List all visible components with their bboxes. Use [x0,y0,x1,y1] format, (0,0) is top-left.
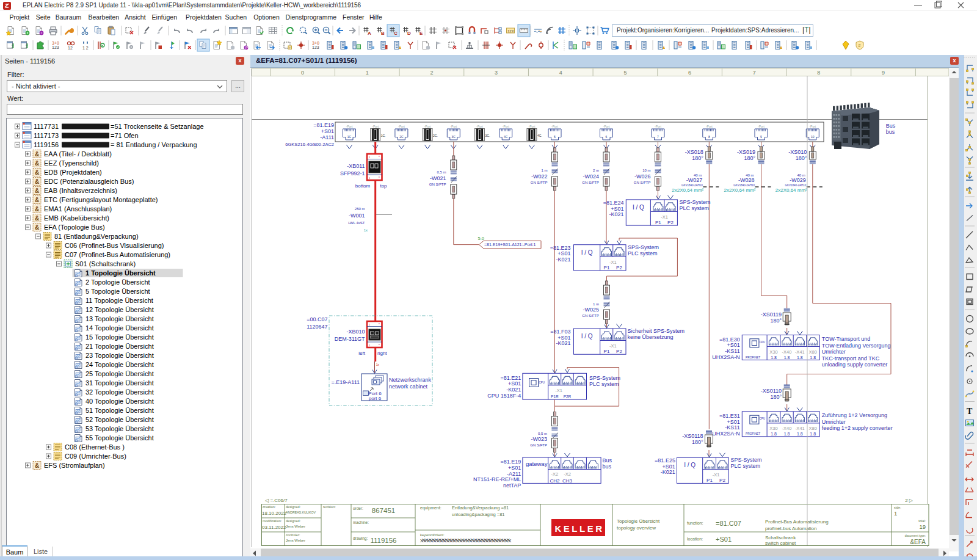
svg-text:2: 2 [430,70,433,76]
svg-text:DEM-311GT: DEM-311GT [335,336,365,342]
svg-text:-W023: -W023 [531,436,547,442]
svg-text:2x2X0,64 mm²: 2x2X0,64 mm² [672,187,703,193]
svg-text:Zuführung 1+2 Versorgung: Zuführung 1+2 Versorgung [822,412,887,418]
svg-text:CPU: CPU [539,381,545,384]
svg-text:KELLER: KELLER [555,523,605,534]
svg-text:1x: 1x [364,228,368,232]
svg-text:C08 (Ethernet-Bus ): C08 (Ethernet-Bus ) [65,443,125,451]
svg-text:EDC (Potenzialausgleich Bus): EDC (Potenzialausgleich Bus) [44,178,134,185]
svg-text:51 Topologie Übersicht: 51 Topologie Übersicht [85,407,154,414]
svg-text:=81.E30: =81.E30 [719,336,740,343]
svg-text:-Port: -Port [450,125,457,128]
svg-text:+S01: +S01 [727,342,739,348]
svg-text:-Port: -Port [503,125,509,128]
svg-text:GKV1840-2AH10: GKV1840-2AH10 [785,184,807,187]
svg-text:-Port: -Port [551,125,558,128]
svg-text:1.8: 1.8 [797,432,803,436]
svg-text:3C: 3C [452,135,456,139]
svg-text:I / Q: I / Q [684,462,696,468]
svg-text:P1: P1 [706,478,713,483]
svg-text:25 Topologie Übersicht: 25 Topologie Übersicht [85,370,154,377]
svg-text:1120647: 1120647 [307,324,327,330]
svg-text:PLC system: PLC system [628,250,658,256]
svg-text:order:: order: [353,506,363,511]
svg-text:UHX2SA-N: UHX2SA-N [712,431,740,437]
svg-text:=81.E19: =81.E19 [501,459,521,465]
svg-text:CPU: CPU [759,341,765,344]
svg-text:PROFINET: PROFINET [746,432,760,435]
svg-text:*: * [379,343,380,347]
svg-text:7: 7 [657,135,659,139]
svg-text:=81.E23: =81.E23 [550,245,571,251]
svg-text:T: T [967,407,973,416]
svg-text:6: 6 [688,70,691,76]
svg-text:1: 1 [894,510,897,517]
svg-text:-X1: -X1 [713,472,720,478]
svg-text:15 Topologie Übersicht: 15 Topologie Übersicht [85,333,154,341]
svg-text:netTAP: netTAP [503,482,521,489]
svg-text:1.8: 1.8 [784,432,790,436]
svg-text:180°: 180° [770,394,782,400]
svg-text:+S01: +S01 [508,380,521,387]
svg-text:PLC system: PLC system [589,381,619,387]
svg-text:1: 1 [366,70,369,76]
svg-text:P2R: P2R [564,395,572,399]
svg-text:-W001: -W001 [349,213,365,219]
svg-text:GN S/FTP: GN S/FTP [429,183,446,186]
svg-text:0,5 m: 0,5 m [538,432,547,435]
svg-text:4: 4 [559,70,562,76]
svg-text:-Port: -Port [424,125,431,128]
svg-text:gateway: gateway [526,460,548,467]
svg-text:-X1: -X1 [609,343,617,349]
svg-text:5: 5 [623,70,627,76]
svg-text:55 Topologie Übersicht: 55 Topologie Übersicht [85,434,154,442]
svg-text:180°: 180° [770,318,782,324]
svg-text:GKV1840-2AH10: GKV1840-2AH10 [733,184,755,187]
svg-text:4C: 4C [504,135,508,139]
svg-text:Sicherheit SPS-System: Sicherheit SPS-System [628,328,685,334]
svg-text:Umrichter: Umrichter [822,419,846,425]
svg-text:controler:: controler: [286,533,300,537]
svg-text:5.0: 5.0 [478,236,484,241]
svg-text:creation:: creation: [263,505,276,509]
svg-text:5: 5 [554,135,556,139]
svg-text:180°: 180° [692,439,703,445]
svg-text:=81.E21: =81.E21 [501,375,521,381]
svg-text:-XS0110: -XS0110 [761,388,782,394]
svg-text:-X1: -X1 [555,388,562,393]
svg-text:P2: P2 [719,478,725,483]
svg-text:9: 9 [760,135,762,139]
svg-text:=71 Ofen: =71 Ofen [111,132,139,139]
svg-text:53 Topologie Übersicht: 53 Topologie Übersicht [85,425,154,432]
svg-text:+S01: +S01 [558,250,570,256]
svg-text:P1: P1 [604,349,610,354]
svg-text:1119156: 1119156 [370,537,396,544]
svg-text:1.8: 1.8 [771,432,777,436]
svg-text:EAB (Inhaltsverzeichnis): EAB (Inhaltsverzeichnis) [44,187,117,194]
svg-text:-X41: -X41 [795,349,805,355]
svg-text:250 m: 250 m [355,207,365,211]
svg-text:designed:: designed: [286,519,301,523]
svg-text:function:: function: [687,521,703,525]
svg-text:EFA (Topologie Bus): EFA (Topologie Bus) [44,224,105,231]
svg-text:I / Q: I / Q [581,249,593,256]
svg-text:EFS (Stromlaufplan): EFS (Stromlaufplan) [44,462,105,469]
svg-text:-Port: -Port [758,125,765,128]
svg-text:-W024: -W024 [583,173,599,180]
svg-text:*: * [379,155,380,159]
svg-text:CH2: CH2 [550,478,560,484]
svg-text:9: 9 [882,70,885,76]
svg-text:document type:: document type: [905,534,926,537]
svg-text:-W029: -W029 [790,177,806,183]
svg-text:Bus: Bus [602,457,612,464]
svg-text:6: 6 [606,135,608,139]
svg-text:&EFA: &EFA [910,539,926,545]
svg-text:=81.C07: =81.C07 [716,520,741,527]
svg-text:switch cabinet: switch cabinet [765,540,796,546]
svg-text:=81.E25: =81.E25 [655,457,675,464]
svg-text:1C: 1C [347,135,352,139]
svg-text:feeding 1+2 supply converter: feeding 1+2 supply converter [822,425,893,431]
svg-text:0,5 m: 0,5 m [437,170,446,174]
svg-text:13 Topologie Übersicht: 13 Topologie Übersicht [85,315,154,322]
svg-text:location:: location: [687,537,703,541]
